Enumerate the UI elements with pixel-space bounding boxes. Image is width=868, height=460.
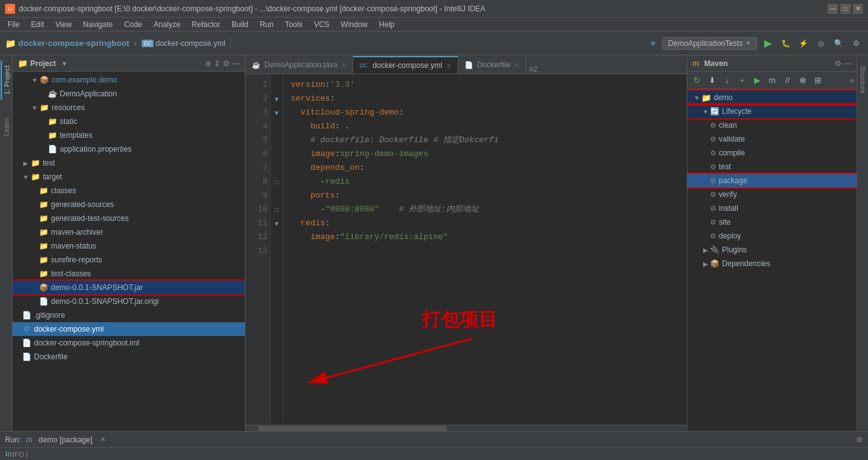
expand-all-icon[interactable]: ⇕ <box>214 59 220 68</box>
maven-item-Plugins[interactable]: ▶ 🔌 Plugins <box>687 243 857 257</box>
jar-orig-icon: 📄 <box>38 296 48 306</box>
menu-tools[interactable]: Tools <box>280 19 308 30</box>
tree-item-application-properties[interactable]: 📄 application.properties <box>13 142 245 156</box>
maven-settings-icon[interactable]: ⚙ <box>835 59 842 68</box>
sidebar-tab-project[interactable]: 1: Project <box>1 60 12 99</box>
menu-run[interactable]: Run <box>255 19 279 30</box>
maven-item-demo[interactable]: ▼ 📁 demo <box>687 91 857 104</box>
maven-status-icon: 📁 <box>38 241 48 251</box>
fold-btn-3[interactable]: ▼ <box>271 106 283 120</box>
profile-button[interactable]: ◎ <box>814 36 828 50</box>
generated-test-sources-icon: 📁 <box>38 213 48 223</box>
tree-item-resources[interactable]: ▼ 📁 resources <box>13 101 245 115</box>
debug-button[interactable]: 🐛 <box>779 36 792 50</box>
maven-download-sources-icon[interactable]: ↓ <box>720 74 734 87</box>
menu-help[interactable]: Help <box>374 19 400 30</box>
maven-label-demo: demo <box>714 93 733 102</box>
maven-item-Dependencies[interactable]: ▶ 📦 Dependencies <box>687 257 857 271</box>
tab-label-docker-compose: docker-compose.yml <box>373 61 442 70</box>
maven-item-Lifecycle[interactable]: ▼ 🔄 Lifecycle <box>687 104 857 118</box>
settings-icon[interactable]: ⚙ <box>223 59 230 68</box>
tree-item-gitignore[interactable]: 📄 .gitignore <box>13 308 245 322</box>
fold-btn-11[interactable]: ▼ <box>271 216 283 230</box>
maven-item-test[interactable]: ⚙ test <box>687 160 857 174</box>
maven-toggle-offline-icon[interactable]: ⊗ <box>796 74 809 87</box>
tree-item-test[interactable]: ▶ 📁 test <box>13 156 245 170</box>
tree-label-surefire-reports: surefire-reports <box>51 255 102 264</box>
locate-file-icon[interactable]: ⊕ <box>205 59 211 68</box>
tab-DemoApplication[interactable]: ☕ DemoApplication.java ✕ <box>245 56 353 74</box>
search-everywhere-button[interactable]: 🔍 <box>831 36 845 50</box>
menu-build[interactable]: Build <box>227 19 254 30</box>
java-file-icon: ☕ <box>47 89 57 99</box>
run-config-selector[interactable]: DemoApplicationTests ▼ <box>662 37 757 50</box>
maximize-button[interactable]: □ <box>840 4 850 14</box>
run-settings-icon[interactable]: ⚙ <box>856 435 863 444</box>
menu-vcs[interactable]: VCS <box>309 19 335 30</box>
maven-item-package[interactable]: ⚙ package <box>687 174 857 188</box>
menu-view[interactable]: View <box>50 19 77 30</box>
tree-item-test-classes[interactable]: 📁 test-classes <box>13 267 245 281</box>
maven-item-install[interactable]: ⚙ install <box>687 201 857 215</box>
menu-window[interactable]: Window <box>335 19 373 30</box>
tree-item-static[interactable]: 📁 static <box>13 115 245 128</box>
scrollbar-thumb[interactable] <box>258 426 447 431</box>
tree-item-classes[interactable]: 📁 classes <box>13 184 245 198</box>
maven-gear-clean: ⚙ <box>710 121 716 130</box>
maven-show-deps-icon[interactable]: ⊞ <box>811 74 825 87</box>
code-content[interactable]: version: '3.3' services: vitcloud-spring… <box>283 74 687 425</box>
run-button[interactable]: ▶ <box>761 36 775 50</box>
tree-item-docker-compose-yml[interactable]: ⚙ docker-compose.yml <box>13 322 245 336</box>
maven-run-icon[interactable]: ▶ <box>750 74 764 87</box>
maven-skip-tests-icon[interactable]: m <box>765 74 779 87</box>
tree-item-surefire-reports[interactable]: 📁 surefire-reports <box>13 253 245 267</box>
sidebar-tab-structure[interactable]: Structure <box>858 60 868 99</box>
tree-item-maven-archiver[interactable]: 📁 maven-archiver <box>13 225 245 239</box>
maven-item-clean[interactable]: ⚙ clean <box>687 118 857 132</box>
maven-item-compile[interactable]: ⚙ compile <box>687 146 857 160</box>
maven-item-site[interactable]: ⚙ site <box>687 215 857 229</box>
tab-Dockerfile[interactable]: 📄 Dockerfile ✕ <box>458 56 526 74</box>
tab-close-DemoApplication[interactable]: ✕ <box>341 62 346 69</box>
tab-docker-compose[interactable]: DC docker-compose.yml ✕ <box>353 56 458 74</box>
menu-navigate[interactable]: Navigate <box>78 19 118 30</box>
tree-item-templates[interactable]: 📁 templates <box>13 128 245 142</box>
tab-close-Dockerfile[interactable]: ✕ <box>514 62 519 69</box>
run-tab-close[interactable]: ✕ <box>100 435 106 444</box>
menu-edit[interactable]: Edit <box>26 19 49 30</box>
editor-scrollbar-h[interactable] <box>245 425 687 431</box>
tree-item-generated-test-sources[interactable]: 📁 generated-test-sources <box>13 211 245 225</box>
tab-close-docker-compose[interactable]: ✕ <box>446 62 451 69</box>
tree-item-maven-status[interactable]: 📁 maven-status <box>13 239 245 253</box>
minimize-button[interactable]: — <box>828 4 838 14</box>
maven-expand-icon[interactable]: » <box>850 76 854 85</box>
run-with-coverage-button[interactable]: ⚡ <box>796 36 810 50</box>
tree-item-demo-jar-orig[interactable]: 📄 demo-0.0.1-SNAPSHOT.jar.origi <box>13 295 245 308</box>
editor-tabs: ☕ DemoApplication.java ✕ DC docker-compo… <box>245 55 687 74</box>
settings-button[interactable]: ⚙ <box>849 36 863 50</box>
maven-item-deploy[interactable]: ⚙ deploy <box>687 229 857 243</box>
sidebar-tab-learn[interactable]: Learn <box>1 113 11 141</box>
maven-item-validate[interactable]: ⚙ validate <box>687 132 857 146</box>
close-panel-icon[interactable]: — <box>232 59 240 68</box>
maven-download-icon[interactable]: ⬇ <box>705 74 719 87</box>
tree-item-target[interactable]: ▼ 📁 target <box>13 170 245 184</box>
tree-item-Dockerfile[interactable]: 📄 Dockerfile <box>13 350 245 364</box>
maven-skip-icon[interactable]: // <box>781 74 794 87</box>
menu-analyze[interactable]: Analyze <box>149 19 186 30</box>
close-button[interactable]: ✕ <box>853 4 863 14</box>
menu-code[interactable]: Code <box>119 19 147 30</box>
fold-btn-2[interactable]: ▼ <box>271 92 283 106</box>
menu-file[interactable]: File <box>3 19 25 30</box>
menu-refactor[interactable]: Refactor <box>187 19 225 30</box>
maven-refresh-icon[interactable]: ↻ <box>690 74 704 87</box>
tree-item-docker-compose-iml[interactable]: 📄 docker-compose-springboot.iml <box>13 336 245 350</box>
maven-item-verify[interactable]: ⚙ verify <box>687 188 857 201</box>
maven-collapse-icon[interactable]: — <box>844 59 852 68</box>
maven-add-icon[interactable]: + <box>735 74 749 87</box>
tree-item-demo-jar[interactable]: 📦 demo-0.0.1-SNAPSHOT.jar <box>13 281 245 295</box>
tree-item-generated-sources[interactable]: 📁 generated-sources <box>13 198 245 211</box>
window-controls[interactable]: — □ ✕ <box>828 4 863 14</box>
tree-item-DemoApplication[interactable]: ☕ DemoApplication <box>13 87 245 101</box>
tree-item-com-example-demo[interactable]: ▼ 📦 com.example.demo <box>13 73 245 87</box>
